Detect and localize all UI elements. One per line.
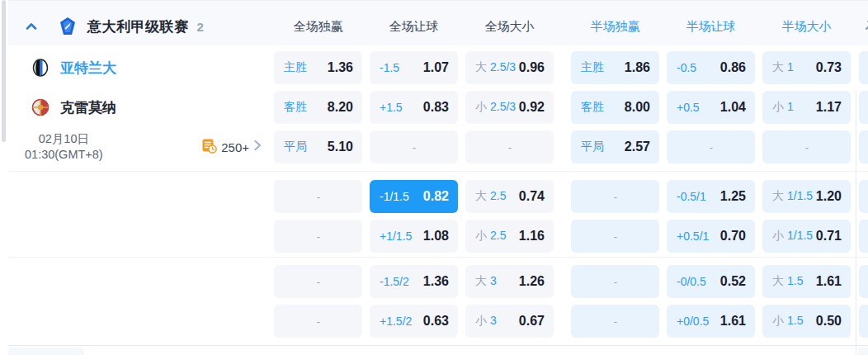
odds-cell-empty: - (571, 265, 659, 298)
home-team-name[interactable]: 亚特兰大 (60, 59, 116, 78)
column-header-full-0[interactable]: 全场独赢 (274, 19, 362, 35)
odds-cell[interactable]: 小11.17 (762, 91, 851, 124)
odds-value: 0.74 (519, 189, 545, 204)
odds-value: 1.61 (720, 314, 746, 329)
odds-value: 0.82 (423, 189, 449, 204)
odds-cell-empty: - (571, 220, 659, 253)
odds-cell-clipped (859, 51, 868, 84)
odds-cell[interactable]: +0.51.04 (667, 91, 755, 124)
chevron-up-icon[interactable] (23, 18, 40, 35)
odds-value: 1.16 (519, 229, 545, 244)
empty-dash: - (614, 315, 617, 328)
odds-label: 客胜 (581, 100, 604, 115)
odds-cell[interactable]: 大2.50.74 (465, 180, 554, 213)
odds-value: 1.36 (423, 274, 449, 289)
corner-arrow-icon[interactable] (863, 17, 868, 36)
odds-section-2: --1/1.50.82大2.50.74--0.5/11.25大1/1.51.20… (8, 171, 868, 257)
odds-label: 大1 (772, 60, 794, 75)
odds-label: 主胜 (581, 60, 604, 75)
column-header-full-1[interactable]: 全场让球 (370, 19, 458, 35)
odds-cell[interactable]: +1/1.51.08 (370, 220, 458, 253)
vertical-scrollbar[interactable] (0, 0, 7, 355)
column-header-half-5[interactable]: 半场大小 (762, 19, 851, 35)
atalanta-badge (31, 59, 50, 77)
total-side-label: 大 (772, 60, 784, 73)
odds-cell[interactable]: 大1/1.51.20 (762, 180, 851, 213)
odds-list-clock-icon (201, 138, 217, 157)
odds-cell-empty: - (762, 130, 851, 163)
cremonese-badge (31, 98, 50, 116)
odds-label: 客胜 (284, 100, 307, 115)
odds-cell-clipped (859, 130, 868, 163)
empty-dash: - (614, 276, 617, 288)
odds-cell[interactable]: 小1/1.50.71 (762, 220, 851, 253)
league-header-bar: 意大利甲级联赛 2 全场独赢全场让球全场大小半场独赢半场让球半场大小 (8, 0, 868, 45)
odds-cell[interactable]: +1.50.83 (370, 91, 458, 124)
odds-label: 小2.5 (475, 229, 506, 244)
more-markets-link[interactable]: 250+ (201, 138, 262, 157)
odds-label: 小1.5 (772, 314, 803, 329)
scrollbar-thumb[interactable] (2, 0, 6, 142)
odds-cell[interactable]: 小1.50.50 (762, 305, 851, 338)
odds-label: -0.5 (677, 61, 696, 74)
odds-label: -1.5 (380, 61, 399, 74)
clipped-column-divider (856, 91, 856, 355)
away-team-name[interactable]: 克雷莫纳 (60, 98, 116, 117)
odds-cell[interactable]: 客胜8.20 (274, 91, 362, 124)
odds-value: 1.17 (816, 100, 842, 115)
odds-value: 8.20 (328, 100, 353, 115)
odds-cell[interactable]: 大2.5/30.96 (465, 51, 554, 84)
odds-cell[interactable]: 大1.51.61 (762, 265, 851, 298)
total-side-label: 大 (475, 60, 487, 73)
card-bottom-border (8, 345, 868, 346)
odds-cell[interactable]: 大10.73 (762, 51, 851, 84)
odds-section-3: --1.5/21.36大31.26--0/0.50.52大1.51.61-+1.… (8, 257, 868, 344)
odds-cell[interactable]: 小2.5/30.92 (465, 91, 554, 124)
column-header-half-4[interactable]: 半场让球 (667, 19, 755, 35)
odds-value: 8.00 (625, 100, 650, 115)
datetime-row: 02月10日 01:30(GMT+8) 250+ (8, 130, 274, 163)
odds-cell[interactable]: 小30.67 (465, 305, 554, 338)
odds-cell[interactable]: -1.5/21.36 (370, 265, 458, 298)
odds-value: 0.92 (519, 100, 545, 115)
kickoff-datetime: 02月10日 01:30(GMT+8) (25, 131, 103, 163)
odds-cell[interactable]: 大31.26 (465, 265, 554, 298)
odds-label: 大1.5 (772, 274, 803, 289)
odds-cell[interactable]: 主胜1.86 (571, 51, 659, 84)
odds-cell[interactable]: 主胜1.36 (274, 51, 362, 84)
odds-value: 2.57 (625, 140, 650, 154)
odds-cell[interactable]: +0.5/10.70 (667, 220, 755, 253)
odds-label: 小1/1.5 (772, 229, 813, 244)
odds-label: +1/1.5 (380, 230, 412, 243)
odds-cell[interactable]: +0/0.51.61 (667, 305, 755, 338)
odds-cell[interactable]: -0.50.86 (667, 51, 755, 84)
row-left-spacer (8, 305, 274, 338)
odds-cell[interactable]: 客胜8.00 (571, 91, 659, 124)
total-side-label: 大 (475, 274, 487, 287)
odds-cell[interactable]: -0/0.50.52 (667, 265, 755, 298)
empty-dash: - (317, 230, 320, 243)
odds-value: 1.86 (625, 60, 650, 75)
odds-cell[interactable]: 平局5.10 (274, 130, 362, 163)
odds-value: 0.71 (816, 229, 842, 244)
odds-cell-selected[interactable]: -1/1.50.82 (370, 180, 458, 213)
odds-row: --1.5/21.36大31.26--0/0.50.52大1.51.61 (8, 265, 868, 298)
odds-label: +1.5/2 (380, 315, 412, 328)
odds-label: -0/0.5 (677, 275, 706, 288)
odds-cell[interactable]: -1.51.07 (370, 51, 458, 84)
odds-cell[interactable]: -0.5/11.25 (667, 180, 755, 213)
empty-dash: - (508, 141, 512, 154)
total-side-label: 小 (772, 229, 784, 242)
odds-value: 0.63 (423, 314, 449, 329)
column-header-full-2[interactable]: 全场大小 (465, 19, 554, 35)
odds-cell[interactable]: 小2.51.16 (465, 220, 554, 253)
column-header-half-3[interactable]: 半场独赢 (571, 19, 659, 35)
empty-dash: - (710, 141, 713, 154)
odds-value: 1.26 (519, 274, 545, 289)
odds-cell-clipped (859, 180, 868, 213)
league-name[interactable]: 意大利甲级联赛 (87, 17, 189, 36)
odds-cell[interactable]: +1.5/20.63 (370, 305, 458, 338)
odds-value: 0.67 (519, 314, 545, 329)
odds-label: 大2.5/3 (475, 60, 516, 75)
odds-cell[interactable]: 平局2.57 (571, 130, 659, 163)
